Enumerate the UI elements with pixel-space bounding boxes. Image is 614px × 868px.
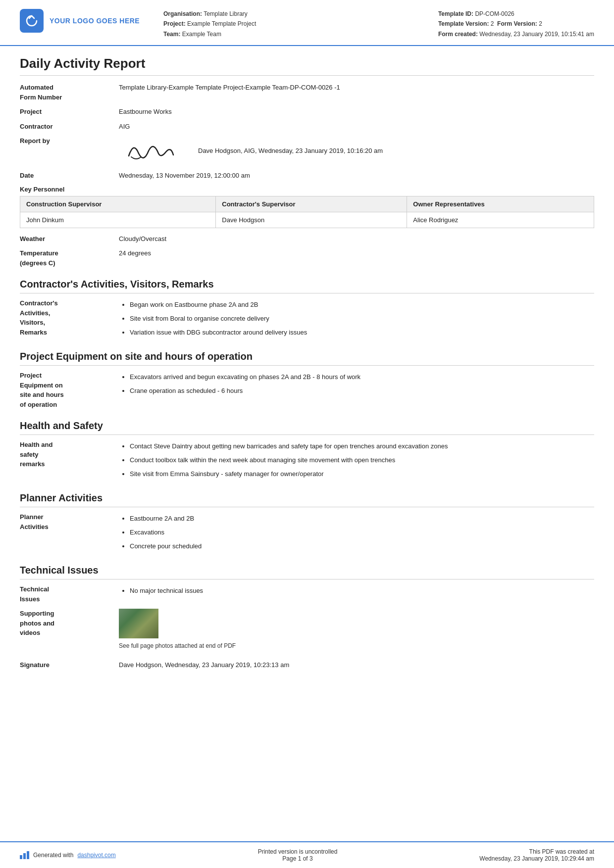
version-row: Template Version: 2 Form Version: 2 bbox=[438, 19, 594, 29]
footer-created-label: This PDF was created at bbox=[479, 848, 594, 855]
signature-value: Dave Hodgson, Wednesday, 23 January 2019… bbox=[119, 660, 594, 670]
temperature-row: Temperature(degrees C) 24 degrees bbox=[20, 248, 594, 268]
list-item: Began work on Eastbourne phase 2A and 2B bbox=[130, 298, 594, 311]
section-value-health-safety: Contact Steve Daintry about getting new … bbox=[119, 440, 594, 482]
list-item: Contact Steve Daintry about getting new … bbox=[130, 440, 594, 453]
form-created-label: Form created: bbox=[438, 31, 478, 38]
signature-area: Dave Hodgson, AIG, Wednesday, 23 January… bbox=[119, 136, 594, 166]
photo-thumbnail bbox=[119, 609, 158, 638]
date-value: Wednesday, 13 November 2019, 12:00:00 am bbox=[119, 171, 594, 181]
list-item: Eastbourne 2A and 2B bbox=[130, 512, 594, 525]
weather-label: Weather bbox=[20, 234, 119, 244]
section-label-technical-issues: TechnicalIssues bbox=[20, 584, 119, 604]
automated-value: Template Library-Example Template Projec… bbox=[119, 83, 594, 93]
report-title: Daily Activity Report bbox=[20, 56, 594, 76]
page: YOUR LOGO GOES HERE Organisation: Templa… bbox=[0, 0, 614, 868]
form-created-value: Wednesday, 23 January 2019, 10:15:41 am bbox=[479, 31, 594, 38]
project-label: Project bbox=[20, 107, 119, 117]
section-title-contractors-activities: Contractor's Activities, Visitors, Remar… bbox=[20, 279, 594, 293]
section-row-planner-activities: PlannerActivitiesEastbourne 2A and 2BExc… bbox=[20, 512, 594, 554]
photo-thumb-inner bbox=[119, 609, 158, 638]
bar-1 bbox=[20, 855, 22, 859]
footer-bars-icon bbox=[20, 851, 29, 859]
section-label-project-equipment: ProjectEquipment onsite and hoursof oper… bbox=[20, 371, 119, 409]
col-construction-supervisor: Construction Supervisor bbox=[20, 196, 216, 212]
org-label: Organisation: bbox=[163, 10, 202, 17]
list-item: Conduct toolbox talk within the next wee… bbox=[130, 454, 594, 467]
section-label-health-safety: Health andsafetyremarks bbox=[20, 440, 119, 469]
project-label: Project: bbox=[163, 20, 186, 27]
list-item: Site visit from Boral to organise concre… bbox=[130, 312, 594, 325]
org-value: Template Library bbox=[204, 10, 248, 17]
logo-icon bbox=[20, 9, 44, 33]
section-row-health-safety: Health andsafetyremarksContact Steve Dai… bbox=[20, 440, 594, 482]
section-row-contractors-activities: Contractor'sActivities,Visitors,RemarksB… bbox=[20, 298, 594, 340]
project-row: Project: Example Template Project bbox=[163, 19, 438, 29]
project-value: Eastbourne Works bbox=[119, 107, 594, 117]
team-label: Team: bbox=[163, 31, 180, 38]
cell-contractors-supervisor: Dave Hodgson bbox=[216, 212, 407, 228]
header-right: Template ID: DP-COM-0026 Template Versio… bbox=[438, 9, 594, 39]
photo-caption: See full page photos attached at end of … bbox=[119, 641, 594, 650]
report-by-value: Dave Hodgson, AIG, Wednesday, 23 January… bbox=[119, 136, 594, 166]
temperature-label: Temperature(degrees C) bbox=[20, 248, 119, 268]
template-version-label: Template Version: bbox=[438, 20, 489, 27]
footer-link[interactable]: dashpivot.com bbox=[77, 852, 115, 859]
org-row: Organisation: Template Library bbox=[163, 9, 438, 19]
footer-logo bbox=[20, 851, 29, 859]
footer-page: Page 1 of 3 bbox=[258, 855, 338, 862]
personnel-data-row: John Dinkum Dave Hodgson Alice Rodriguez bbox=[20, 212, 594, 228]
team-value: Example Team bbox=[182, 31, 221, 38]
personnel-header-row: Construction Supervisor Contractor's Sup… bbox=[20, 196, 594, 212]
footer-left: Generated with dashpivot.com bbox=[20, 851, 116, 859]
footer-created-date: Wednesday, 23 January 2019, 10:29:44 am bbox=[479, 855, 594, 862]
section-title-health-safety: Health and Safety bbox=[20, 420, 594, 435]
section-title-technical-issues: Technical Issues bbox=[20, 565, 594, 579]
list-item: Variation issue with DBG subcontractor a… bbox=[130, 326, 594, 339]
footer-right: This PDF was created at Wednesday, 23 Ja… bbox=[479, 848, 594, 862]
key-personnel-label: Key Personnel bbox=[20, 186, 594, 193]
section-label-contractors-activities: Contractor'sActivities,Visitors,Remarks bbox=[20, 298, 119, 337]
bar-3 bbox=[27, 851, 29, 859]
section-value-planner-activities: Eastbourne 2A and 2BExcavationsConcrete … bbox=[119, 512, 594, 554]
section-list-project-equipment: Excavators arrived and begun excavating … bbox=[119, 371, 594, 397]
list-item: No major technical issues bbox=[130, 584, 594, 597]
section-title-planner-activities: Planner Activities bbox=[20, 492, 594, 507]
footer: Generated with dashpivot.com Printed ver… bbox=[0, 841, 614, 868]
col-owner-representatives: Owner Representatives bbox=[407, 196, 594, 212]
logo-area: YOUR LOGO GOES HERE bbox=[20, 9, 149, 33]
date-row: Date Wednesday, 13 November 2019, 12:00:… bbox=[20, 171, 594, 181]
automated-label: AutomatedForm Number bbox=[20, 83, 119, 102]
header: YOUR LOGO GOES HERE Organisation: Templa… bbox=[0, 0, 614, 46]
section-list-health-safety: Contact Steve Daintry about getting new … bbox=[119, 440, 594, 481]
supporting-photos-row: Supportingphotos andvideos See full page… bbox=[20, 609, 594, 655]
list-item: Excavations bbox=[130, 526, 594, 539]
form-version-label: Form Version: bbox=[497, 20, 537, 27]
report-by-text: Dave Hodgson, AIG, Wednesday, 23 January… bbox=[198, 146, 383, 156]
team-row: Team: Example Team bbox=[163, 29, 438, 39]
list-item: Site visit from Emma Sainsbury - safety … bbox=[130, 468, 594, 481]
section-row-technical-issues: TechnicalIssuesNo major technical issues bbox=[20, 584, 594, 604]
weather-row: Weather Cloudy/Overcast bbox=[20, 234, 594, 244]
section-value-technical-issues: No major technical issues bbox=[119, 584, 594, 598]
section-list-contractors-activities: Began work on Eastbourne phase 2A and 2B… bbox=[119, 298, 594, 339]
cell-owner-representatives: Alice Rodriguez bbox=[407, 212, 594, 228]
list-item: Excavators arrived and begun excavating … bbox=[130, 371, 594, 384]
report-by-row: Report by Dave Hodgson, AIG, Wednesday, … bbox=[20, 136, 594, 166]
cell-construction-supervisor: John Dinkum bbox=[20, 212, 216, 228]
template-version-value: 2 bbox=[491, 20, 494, 27]
section-list-planner-activities: Eastbourne 2A and 2BExcavationsConcrete … bbox=[119, 512, 594, 553]
signature-row: Signature Dave Hodgson, Wednesday, 23 Ja… bbox=[20, 660, 594, 670]
supporting-photos-value: See full page photos attached at end of … bbox=[119, 609, 594, 655]
section-title-project-equipment: Project Equipment on site and hours of o… bbox=[20, 351, 594, 366]
supporting-photos-label: Supportingphotos andvideos bbox=[20, 609, 119, 638]
report-by-signature bbox=[119, 136, 183, 166]
template-id-label: Template ID: bbox=[438, 10, 473, 17]
main-content: Daily Activity Report AutomatedForm Numb… bbox=[0, 46, 614, 841]
footer-center: Printed version is uncontrolled Page 1 o… bbox=[258, 848, 338, 862]
template-id-row: Template ID: DP-COM-0026 bbox=[438, 9, 594, 19]
section-list-technical-issues: No major technical issues bbox=[119, 584, 594, 597]
bar-2 bbox=[23, 853, 26, 859]
project-value: Example Template Project bbox=[187, 20, 256, 27]
section-label-planner-activities: PlannerActivities bbox=[20, 512, 119, 531]
